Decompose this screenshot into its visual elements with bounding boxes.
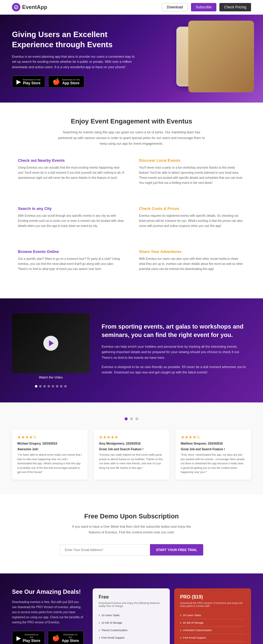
pro-item-2: 40 GB of Storage [180,619,245,627]
feature-share: Share Your Adventures With Eventus our u… [139,249,245,283]
email-input[interactable] [60,544,150,556]
hero-section: Giving Users an Excellent Experience thr… [0,15,263,103]
deals-play-small: Download on the [23,633,40,639]
stars-1: ★★★★½ [17,435,82,439]
free-demo-title: Free Demo Upon Subscription [12,512,251,520]
testimonial-2: ★★★★★ Amy Montgomery, 10/24/2016 Great J… [94,429,169,480]
dot-7[interactable] [60,385,62,387]
pro-item-3: Unlimited Customization [180,627,245,634]
feature-browse-text: Got a specific plan? Want to go on a mus… [18,256,124,271]
engage-description: Searching for events using this app can … [57,129,206,146]
dot-8[interactable] [64,385,67,387]
feature-costs-title: Check Costs & Prices [139,206,245,211]
feature-local-events: Discover Local Events You'll never miss … [139,158,245,197]
dot-4[interactable] [48,385,50,387]
feature-local-title: Discover Local Events [139,158,245,163]
hero-content: Giving Users an Excellent Experience thr… [12,30,137,88]
apple-icon: 🍎 [53,78,60,85]
pro-plan-card: PRO ($19) Download the PRO version of Ev… [174,588,251,644]
test-dot-3[interactable] [135,417,138,420]
reviewer-1: Michael Gregory, 10/24/2016 [17,442,82,445]
review-text-2: "Eventus has really helped me find some … [99,453,164,470]
feature-search-city: Search in any City With Eventus you can … [18,206,124,240]
deals-apple-icon: 🍎 [52,634,60,642]
play-store-small: Download on the [23,78,41,81]
dot-5[interactable] [52,385,54,387]
free-item-5: Free Security Suite [99,642,164,644]
video-section: Watch the Video From sporting events, ar… [0,298,263,402]
test-dot-2[interactable] [130,417,133,420]
video-label: Watch the Video [12,376,90,379]
free-demo-description: If you want to have a One Week trial the… [72,524,191,535]
play-store-button[interactable]: ▶ Download on the Play Store [12,76,45,88]
email-form: START YOUR FREE TRIAL [60,544,203,556]
free-plan-desc: Download Eventus and enjoy the following… [99,602,164,608]
subscribe-button[interactable]: Subscribe [191,3,216,11]
testimonial-dots [12,417,251,420]
app-store-big: App Store [62,81,80,85]
review-title-3: Great Job and Search Feature ! [181,448,246,451]
dot-1[interactable] [35,385,37,387]
testimonial-1: ★★★★½ Michael Gregory, 10/24/2016 Awesom… [12,429,88,480]
deals-left: See Our Amazing Deals! Downloading event… [12,588,84,644]
review-text-1: "I've been able to attend some really co… [17,453,82,474]
feature-costs: Check Costs & Prices Eventus requires it… [139,206,245,240]
deals-buttons: ▶ Download on the Play Store 🍎 Download … [12,631,84,644]
dot-2[interactable] [39,385,42,387]
engage-title: Enjoy Event Engagement with Eventus [18,117,245,125]
dot-6[interactable] [56,385,58,387]
video-overlay [12,313,90,373]
hero-image-inner [188,21,254,92]
dot-3[interactable] [43,385,46,387]
check-pricing-button[interactable]: Check Pricing [219,3,251,11]
feature-nearby-text: Using Eventus you can actually find the … [18,165,124,180]
hero-title: Giving Users an Excellent Experience thr… [12,30,137,50]
feature-nearby-title: Check out Nearby Events [18,158,124,163]
stars-3: ★★★★½ [181,435,246,439]
test-dot-1[interactable] [125,417,128,420]
deals-android-icon: ▶ [16,634,21,642]
logo: EventApp [12,3,47,11]
deals-play-store-button[interactable]: ▶ Download on the Play Store [12,631,45,644]
video-p2: Eventus is designed to be as user-friend… [102,364,251,375]
video-p1: Eventus can help enrich your hobbies and… [102,344,251,361]
pro-item-4: Free Email Support [180,634,245,642]
deals-app-store-button[interactable]: 🍎 Download on the App Store [48,631,84,644]
video-dots [12,385,90,387]
pro-item-5: Full Security Suite & AdBlock [180,642,245,644]
reviewer-3: Matthew Simpson, 10/24/2016 [181,442,246,445]
free-item-2: 10 GB of Storage [99,619,164,627]
feature-search-text: With Eventus you can scroll through any … [18,213,124,228]
video-right: From sporting events, art galas to works… [102,322,251,379]
free-item-1: 10 Users Tasks [99,612,164,619]
hero-buttons: ▶ Download on the Play Store 🍎 Download … [12,76,137,88]
logo-icon [12,3,20,11]
play-button[interactable] [43,336,58,351]
video-left: Watch the Video [12,313,90,387]
testimonials-grid: ★★★★½ Michael Gregory, 10/24/2016 Awesom… [12,429,251,480]
reviewer-2: Amy Montgomery, 10/24/2016 [99,442,164,445]
feature-costs-text: Eventus requires its registered events w… [139,213,245,228]
feature-share-title: Share Your Adventures [139,249,245,254]
play-store-big: Play Store [23,81,41,85]
review-title-1: Awesome Job! [17,448,82,451]
trial-button[interactable]: START YOUR FREE TRIAL [150,544,203,556]
feature-share-text: With Eventus our users can also sync wit… [139,256,245,271]
free-plan-title: Free [99,594,164,600]
feature-local-text: You'll never miss a party or a fun works… [139,165,245,185]
video-title: From sporting events, art galas to works… [102,322,251,339]
testimonial-3: ★★★★½ Matthew Simpson, 10/24/2016 Great … [175,429,251,480]
testimonials-section: ★★★★½ Michael Gregory, 10/24/2016 Awesom… [0,402,263,495]
feature-nearby-events: Check out Nearby Events Using Eventus yo… [18,158,124,197]
feature-search-title: Search in any City [18,206,124,211]
download-button[interactable]: Download [162,3,188,11]
header-nav: Download Subscribe Check Pricing [162,3,251,11]
features-grid: Check out Nearby Events Using Eventus yo… [18,158,245,283]
app-store-button[interactable]: 🍎 Download on the App Store [48,76,84,88]
deals-section: See Our Amazing Deals! Downloading event… [0,573,263,644]
free-plan-card: Free Download Eventus and enjoy the foll… [93,588,170,644]
review-text-3: "Ever since I downloaded this app, my da… [181,453,246,474]
deals-app-small: Download on the [62,633,79,639]
deals-title: See Our Amazing Deals! [12,588,84,595]
hero-image [188,21,254,92]
